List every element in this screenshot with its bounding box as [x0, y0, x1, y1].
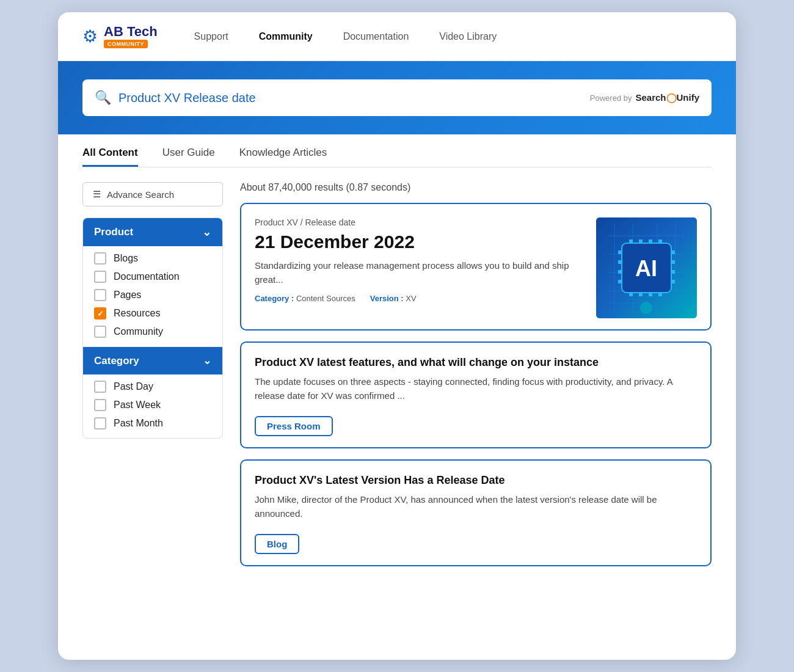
- result-version: Version : XV: [370, 294, 417, 303]
- svg-rect-14: [649, 239, 652, 243]
- result-breadcrumb: Product XV / Release date: [255, 217, 584, 227]
- category-filter-items: Past Day Past Week Past Month: [83, 374, 222, 438]
- svg-rect-13: [639, 239, 643, 243]
- checkbox-pages[interactable]: [94, 289, 106, 301]
- category-chevron-icon: ⌄: [203, 354, 211, 367]
- result-card-press-room: Product XV latest features, and what wil…: [240, 341, 712, 448]
- category-filter-header[interactable]: Category ⌄: [83, 347, 222, 374]
- results-count: About 87,40,000 results (0.87 seconds): [240, 182, 712, 193]
- logo-title: AB Tech: [104, 24, 158, 39]
- result-title-date: 21 December 2022: [255, 231, 584, 253]
- checkbox-resources[interactable]: [94, 307, 106, 320]
- result-title-press-room: Product XV latest features, and what wil…: [255, 356, 697, 369]
- tabs: All Content User Guide Knowledge Article…: [82, 134, 712, 167]
- svg-rect-18: [649, 293, 652, 296]
- advance-search-button[interactable]: ☰ Advance Search: [82, 182, 223, 206]
- nav-video-library[interactable]: Video Library: [439, 31, 497, 42]
- svg-rect-20: [618, 250, 622, 254]
- press-room-tag-button[interactable]: Press Room: [255, 416, 333, 436]
- logo-icon: ⚙: [82, 26, 98, 46]
- blog-tag-button[interactable]: Blog: [255, 534, 299, 554]
- filter-pages[interactable]: Pages: [94, 289, 211, 301]
- tab-user-guide[interactable]: User Guide: [162, 147, 215, 167]
- svg-rect-27: [671, 280, 675, 283]
- tab-all-content[interactable]: All Content: [82, 147, 138, 167]
- searchunify-brand: Search◯Unify: [635, 92, 699, 103]
- checkbox-past-month[interactable]: [94, 417, 106, 429]
- filter-past-month[interactable]: Past Month: [94, 417, 211, 429]
- hero-section: 🔍 Powered by Search◯Unify: [58, 61, 736, 134]
- product-filter-items: Blogs Documentation Pages Resources: [83, 246, 222, 347]
- svg-text:AI: AI: [635, 256, 657, 281]
- result-snippet-blog: John Mike, director of the Product XV, h…: [255, 493, 697, 520]
- logo-area: ⚙ AB Tech COMMUNITY: [82, 24, 158, 48]
- svg-point-28: [640, 302, 652, 314]
- filter-icon: ☰: [93, 189, 101, 200]
- result-card-featured: Product XV / Release date 21 December 20…: [240, 203, 712, 331]
- filter-blogs[interactable]: Blogs: [94, 252, 211, 265]
- main-content: All Content User Guide Knowledge Article…: [58, 134, 736, 602]
- result-card-content: Product XV / Release date 21 December 20…: [255, 217, 584, 318]
- body-layout: ☰ Advance Search Product ⌄ Blogs: [82, 182, 712, 577]
- svg-rect-17: [639, 293, 643, 296]
- result-featured-image: AI: [596, 217, 697, 318]
- svg-rect-21: [618, 260, 622, 264]
- filter-community[interactable]: Community: [94, 326, 211, 338]
- product-filter-header[interactable]: Product ⌄: [83, 218, 222, 246]
- search-icon: 🔍: [95, 90, 111, 106]
- search-input[interactable]: [118, 91, 590, 105]
- advance-search-label: Advance Search: [107, 189, 174, 200]
- nav-community[interactable]: Community: [259, 31, 313, 42]
- checkbox-documentation[interactable]: [94, 271, 106, 283]
- results-area: About 87,40,000 results (0.87 seconds) P…: [240, 182, 712, 577]
- nav-documentation[interactable]: Documentation: [343, 31, 409, 42]
- svg-rect-16: [629, 293, 633, 296]
- svg-rect-15: [658, 239, 662, 243]
- svg-rect-12: [629, 239, 633, 243]
- product-filter-section: Product ⌄ Blogs Documentation: [82, 217, 223, 439]
- nav-support[interactable]: Support: [194, 31, 228, 42]
- filter-resources[interactable]: Resources: [94, 307, 211, 320]
- result-category: Category : Content Sources: [255, 294, 355, 303]
- result-card-blog: Product XV's Latest Version Has a Releas…: [240, 459, 712, 566]
- powered-by-label: Powered by: [590, 93, 632, 103]
- svg-rect-22: [618, 270, 622, 274]
- top-nav: ⚙ AB Tech COMMUNITY Support Community Do…: [58, 12, 736, 61]
- category-filter-label: Category: [94, 355, 139, 367]
- svg-rect-24: [671, 250, 675, 254]
- result-meta: Category : Content Sources Version : XV: [255, 294, 584, 303]
- filter-past-week[interactable]: Past Week: [94, 399, 211, 411]
- svg-rect-19: [658, 293, 662, 296]
- svg-rect-25: [671, 260, 675, 264]
- filter-documentation[interactable]: Documentation: [94, 271, 211, 283]
- powered-by: Powered by Search◯Unify: [590, 92, 699, 103]
- svg-rect-23: [618, 280, 622, 283]
- checkbox-past-day[interactable]: [94, 381, 106, 393]
- checkbox-community[interactable]: [94, 326, 106, 338]
- logo-text: AB Tech COMMUNITY: [104, 24, 158, 48]
- checkbox-past-week[interactable]: [94, 399, 106, 411]
- product-chevron-icon: ⌄: [202, 225, 211, 239]
- result-card-top: Product XV / Release date 21 December 20…: [255, 217, 697, 318]
- filter-past-day[interactable]: Past Day: [94, 381, 211, 393]
- main-window: ⚙ AB Tech COMMUNITY Support Community Do…: [58, 12, 736, 660]
- logo-badge: COMMUNITY: [104, 40, 148, 48]
- result-snippet-press-room: The update focuses on three aspects - st…: [255, 375, 697, 403]
- search-bar: 🔍 Powered by Search◯Unify: [82, 79, 712, 116]
- tab-knowledge-articles[interactable]: Knowledge Articles: [239, 147, 327, 167]
- sidebar: ☰ Advance Search Product ⌄ Blogs: [82, 182, 223, 577]
- result-snippet-featured: Standardizing your release management pr…: [255, 259, 584, 287]
- checkbox-blogs[interactable]: [94, 252, 106, 265]
- svg-rect-26: [671, 270, 675, 274]
- product-filter-label: Product: [94, 226, 133, 238]
- nav-links: Support Community Documentation Video Li…: [194, 31, 497, 42]
- result-title-blog: Product XV's Latest Version Has a Releas…: [255, 474, 697, 487]
